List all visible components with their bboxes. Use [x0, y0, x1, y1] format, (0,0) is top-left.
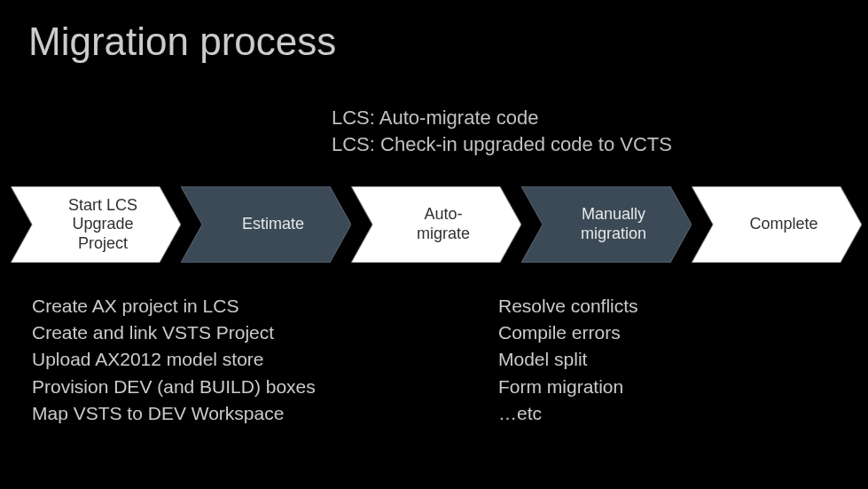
chevron-label: Auto-migrate: [394, 205, 479, 243]
chevron-label: Start LCSUpgradeProject: [45, 196, 146, 254]
process-chevron-row: Start LCSUpgradeProjectEstimateAuto-migr…: [11, 186, 862, 263]
note-line: Model split: [498, 346, 638, 373]
subtitle-block: LCS: Auto-migrate code LCS: Check-in upg…: [332, 105, 672, 157]
chevron-step-2: Auto-migrate: [351, 186, 521, 263]
note-line: Provision DEV (and BUILD) boxes: [32, 374, 316, 400]
notes-right: Resolve conflictsCompile errorsModel spl…: [498, 293, 638, 427]
chevron-step-1: Estimate: [181, 186, 351, 263]
notes-left: Create AX project in LCSCreate and link …: [32, 293, 316, 427]
subtitle-line-2: LCS: Check-in upgraded code to VCTS: [332, 131, 672, 158]
chevron-label: Manuallymigration: [558, 205, 655, 243]
chevron-label: Estimate: [219, 215, 313, 234]
slide-title: Migration process: [28, 20, 336, 64]
note-line: Upload AX2012 model store: [32, 346, 316, 373]
note-line: …etc: [498, 400, 638, 427]
chevron-step-4: Complete: [692, 186, 862, 263]
note-line: Map VSTS to DEV Workspace: [32, 400, 316, 427]
note-line: Compile errors: [498, 319, 638, 346]
subtitle-line-1: LCS: Auto-migrate code: [332, 105, 672, 131]
chevron-step-3: Manuallymigration: [521, 186, 692, 263]
note-line: Resolve conflicts: [498, 293, 638, 319]
note-line: Create and link VSTS Project: [32, 319, 316, 346]
note-line: Create AX project in LCS: [32, 293, 316, 319]
chevron-label: Complete: [726, 215, 826, 234]
chevron-step-0: Start LCSUpgradeProject: [11, 186, 181, 263]
note-line: Form migration: [498, 374, 638, 400]
